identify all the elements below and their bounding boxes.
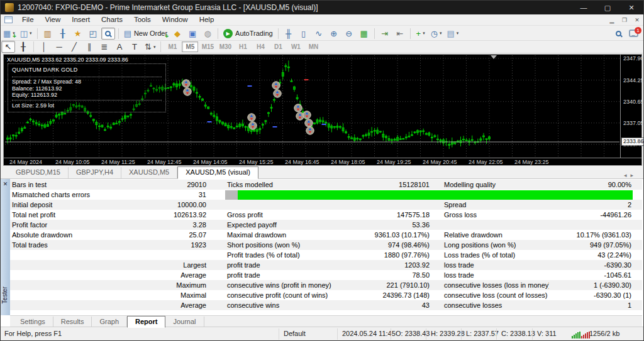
zoom-in-button[interactable]: ⊕ <box>327 28 341 40</box>
templates-button[interactable]: ▤▾ <box>445 28 461 40</box>
tester-close-icon[interactable]: ✕ <box>2 180 9 187</box>
trendline-button[interactable]: ╱ <box>67 41 81 53</box>
report-label: Maximal drawdown <box>225 231 345 239</box>
report-label: Absolute drawdown <box>10 231 127 239</box>
arrows-button[interactable]: ⇅▾ <box>143 41 157 53</box>
mdi-restore-icon[interactable]: ❐ <box>618 17 631 23</box>
minimize-button[interactable]: — <box>572 1 596 14</box>
report-label: Initial deposit <box>10 201 127 208</box>
vertical-line-button[interactable]: │ <box>37 41 51 53</box>
price-axis[interactable]: 2347.902344.252340.652337.052333.452333.… <box>620 55 641 158</box>
trade-marker[interactable] <box>294 104 302 112</box>
menu-bar: FileViewInsertChartsToolsWindowHelp ▁❐✕ <box>1 14 643 26</box>
timeframe-mn-button[interactable]: MN <box>305 41 321 52</box>
trade-marker[interactable] <box>306 127 314 134</box>
new-chart-button[interactable]: ▦+▾ <box>1 28 17 40</box>
new-order-button[interactable]: ▤+New Order <box>122 28 169 40</box>
menu-file[interactable]: File <box>16 14 40 25</box>
metaeditor-button[interactable]: ◆ <box>170 28 184 40</box>
menu-window[interactable]: Window <box>157 14 194 25</box>
report-value: 1203.92 <box>345 261 431 269</box>
tile-windows-button[interactable]: ▦ <box>357 28 371 40</box>
timeframe-m5-button[interactable]: M5 <box>182 41 198 52</box>
auto-scroll-button[interactable]: ⇥ <box>378 28 392 40</box>
progress-pending-segment <box>225 190 238 200</box>
menu-insert[interactable]: Insert <box>66 14 96 25</box>
periods-button[interactable]: ◷▾ <box>429 28 444 40</box>
bar-chart-button[interactable]: ╫ <box>282 28 296 40</box>
search-icon[interactable] <box>616 31 621 36</box>
crosshair-button[interactable]: ╂ <box>16 41 30 53</box>
report-row: Initial deposit10000.00Spread2 <box>10 200 642 210</box>
tester-tab-results[interactable]: Results <box>53 317 92 327</box>
close-button[interactable]: ✕ <box>619 1 643 14</box>
tester-tab-graph[interactable]: Graph <box>92 317 127 327</box>
trade-marker[interactable] <box>303 111 311 119</box>
menu-tools[interactable]: Tools <box>128 14 157 25</box>
trade-marker[interactable] <box>184 88 191 95</box>
trade-marker[interactable] <box>305 119 313 127</box>
mobile-trading-button[interactable]: ▣ <box>186 28 199 40</box>
timeframe-d1-button[interactable]: D1 <box>270 41 286 52</box>
tester-tab-settings[interactable]: Settings <box>13 317 53 327</box>
trade-marker[interactable] <box>274 90 281 97</box>
indicators-button[interactable]: +▾ <box>414 28 428 40</box>
menu-view[interactable]: View <box>40 14 67 25</box>
timeframe-m1-button[interactable]: M1 <box>164 41 180 52</box>
trade-marker[interactable] <box>182 80 190 87</box>
notifications-icon[interactable]: 1 <box>629 30 638 37</box>
line-chart-button[interactable]: ∿ <box>312 28 326 40</box>
timeframe-m15-button[interactable]: M15 <box>199 41 216 52</box>
report-row: Averageprofit trade78.50loss trade-1045.… <box>10 270 642 280</box>
autotrading-button[interactable]: ▶AutoTrading <box>221 28 275 40</box>
timeframe-h1-button[interactable]: H1 <box>235 41 251 52</box>
equidistant-channel-button[interactable]: ∥ <box>82 41 96 53</box>
zoom-out-button[interactable]: ⊖ <box>342 28 356 40</box>
chart-tab-4[interactable]: XAUUSD,M5 (visual) <box>177 166 258 179</box>
mdi-minimize-icon[interactable]: ▁ <box>606 17 618 23</box>
horizontal-line-button[interactable]: ─ <box>52 41 66 53</box>
report-row: Absolute drawdown25.07Maximal drawdown93… <box>10 230 642 240</box>
trade-marker[interactable] <box>272 82 280 89</box>
candlestick-chart-button[interactable]: ▯ <box>297 28 311 40</box>
trade-marker[interactable] <box>248 114 255 121</box>
navigator-button[interactable]: ★ <box>71 28 85 40</box>
profiles-button[interactable]: ◫▾ <box>18 28 34 40</box>
tester-tab-journal[interactable]: Journal <box>165 317 204 327</box>
text-button[interactable]: A <box>113 41 126 53</box>
divider <box>12 77 162 77</box>
time-axis[interactable]: 24 May 202424 May 10:0524 May 11:2524 Ma… <box>4 158 641 165</box>
chart-tab-3[interactable]: XAUUSD,M5 <box>121 167 177 178</box>
toolbar-separator <box>410 28 411 39</box>
report-value: 1 (-6390.30) <box>549 281 633 289</box>
chart-shift-button[interactable]: ⇤ <box>393 28 407 40</box>
mdi-close-icon[interactable]: ✕ <box>631 17 643 23</box>
timeframe-m30-button[interactable]: M30 <box>217 41 233 52</box>
strategy-tester-button[interactable] <box>101 28 115 40</box>
maximize-button[interactable]: ▢ <box>596 1 619 14</box>
terminal-button[interactable]: ◰ <box>86 28 100 40</box>
report-value: Average <box>127 271 208 279</box>
data-window-button[interactable]: ╂ <box>56 28 70 40</box>
community-button[interactable]: ◍ <box>201 28 214 40</box>
menu-help[interactable]: Help <box>194 14 220 25</box>
report-label: consecutive losses (loss in money) <box>442 281 549 289</box>
trade-marker[interactable] <box>296 112 304 120</box>
fibonacci-button[interactable]: ≣ <box>97 41 111 53</box>
tester-tab-report[interactable]: Report <box>127 316 165 328</box>
trade-marker[interactable] <box>249 122 257 129</box>
order-level-dash <box>322 124 326 125</box>
chart-tab-2[interactable]: GBPJPY,H4 <box>69 167 121 178</box>
time-axis-label: 24 May 14:05 <box>193 159 228 165</box>
report-value: 24396.73 (148) <box>345 291 431 299</box>
timeframe-h4-button[interactable]: H4 <box>252 41 269 52</box>
chart-tab-1[interactable]: GBPUSD,M15 <box>8 167 69 178</box>
report-value: 221 (7910.10) <box>345 281 431 289</box>
market-watch-button[interactable]: ▥ <box>41 28 55 40</box>
menu-charts[interactable]: Charts <box>96 14 128 25</box>
cursor-button[interactable]: ↖ <box>1 41 15 53</box>
report-value: 9361.03 (10.17%) <box>345 231 431 239</box>
text-label-button[interactable]: T <box>128 41 142 53</box>
tab-scroll-arrows[interactable]: ◂▸ <box>624 172 637 178</box>
timeframe-w1-button[interactable]: W1 <box>287 41 304 52</box>
